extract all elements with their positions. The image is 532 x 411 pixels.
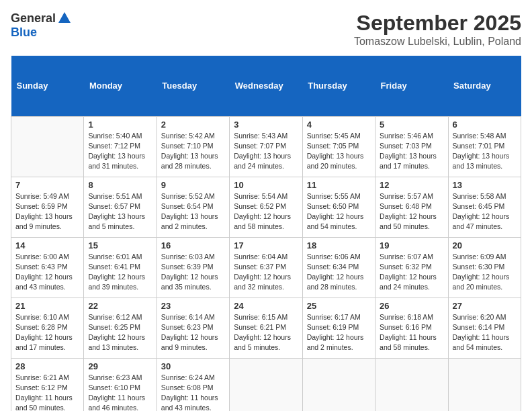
calendar-cell: 9Sunrise: 5:52 AM Sunset: 6:54 PM Daylig… (157, 177, 229, 237)
day-info: Sunrise: 5:40 AM Sunset: 7:12 PM Dayligh… (88, 131, 152, 172)
calendar-subtitle: Tomaszow Lubelski, Lublin, Poland (354, 36, 521, 48)
day-number: 12 (380, 180, 443, 190)
day-number: 29 (88, 361, 152, 371)
day-number: 5 (380, 120, 443, 130)
day-number: 10 (234, 180, 298, 190)
calendar-cell: 29Sunrise: 6:23 AM Sunset: 6:10 PM Dayli… (84, 358, 157, 411)
day-info: Sunrise: 6:07 AM Sunset: 6:32 PM Dayligh… (380, 252, 443, 293)
week-row-5: 28Sunrise: 6:21 AM Sunset: 6:12 PM Dayli… (11, 358, 521, 411)
calendar-cell: 28Sunrise: 6:21 AM Sunset: 6:12 PM Dayli… (11, 358, 84, 411)
calendar-cell (302, 358, 375, 411)
day-number: 4 (307, 120, 371, 130)
day-info: Sunrise: 6:15 AM Sunset: 6:21 PM Dayligh… (234, 312, 298, 353)
day-number: 11 (307, 180, 371, 190)
calendar-cell: 21Sunrise: 6:10 AM Sunset: 6:28 PM Dayli… (11, 298, 84, 358)
day-header-thursday: Thursday (302, 56, 375, 116)
calendar-cell: 1Sunrise: 5:40 AM Sunset: 7:12 PM Daylig… (84, 116, 157, 177)
calendar-cell (448, 358, 521, 411)
day-info: Sunrise: 5:52 AM Sunset: 6:54 PM Dayligh… (161, 191, 225, 232)
day-info: Sunrise: 5:51 AM Sunset: 6:57 PM Dayligh… (88, 191, 152, 232)
day-header-saturday: Saturday (448, 56, 521, 116)
day-info: Sunrise: 5:49 AM Sunset: 6:59 PM Dayligh… (15, 191, 79, 232)
calendar-cell: 20Sunrise: 6:09 AM Sunset: 6:30 PM Dayli… (448, 237, 521, 298)
day-number: 25 (307, 301, 371, 311)
logo: General Blue (11, 11, 73, 40)
day-info: Sunrise: 5:45 AM Sunset: 7:05 PM Dayligh… (307, 131, 371, 172)
day-number: 26 (380, 301, 443, 311)
logo-general: General (11, 11, 56, 26)
day-info: Sunrise: 6:01 AM Sunset: 6:41 PM Dayligh… (88, 252, 152, 293)
calendar-cell (375, 358, 448, 411)
calendar-cell: 3Sunrise: 5:43 AM Sunset: 7:07 PM Daylig… (230, 116, 302, 177)
day-number: 27 (453, 301, 517, 311)
header: General Blue September 2025 Tomaszow Lub… (11, 11, 521, 48)
day-info: Sunrise: 6:09 AM Sunset: 6:30 PM Dayligh… (453, 252, 517, 293)
week-row-2: 7Sunrise: 5:49 AM Sunset: 6:59 PM Daylig… (11, 177, 521, 237)
day-number: 18 (307, 240, 371, 250)
calendar-cell: 24Sunrise: 6:15 AM Sunset: 6:21 PM Dayli… (230, 298, 302, 358)
day-info: Sunrise: 6:12 AM Sunset: 6:25 PM Dayligh… (88, 312, 152, 353)
day-info: Sunrise: 6:24 AM Sunset: 6:08 PM Dayligh… (161, 373, 225, 412)
calendar-cell: 8Sunrise: 5:51 AM Sunset: 6:57 PM Daylig… (84, 177, 157, 237)
calendar-cell: 7Sunrise: 5:49 AM Sunset: 6:59 PM Daylig… (11, 177, 84, 237)
calendar-cell: 30Sunrise: 6:24 AM Sunset: 6:08 PM Dayli… (157, 358, 229, 411)
calendar-cell: 27Sunrise: 6:20 AM Sunset: 6:14 PM Dayli… (448, 298, 521, 358)
day-header-tuesday: Tuesday (157, 56, 229, 116)
calendar-cell: 13Sunrise: 5:58 AM Sunset: 6:45 PM Dayli… (448, 177, 521, 237)
day-header-sunday: Sunday (11, 56, 84, 116)
day-header-friday: Friday (375, 56, 448, 116)
day-info: Sunrise: 6:21 AM Sunset: 6:12 PM Dayligh… (15, 373, 79, 412)
day-info: Sunrise: 5:48 AM Sunset: 7:01 PM Dayligh… (453, 131, 517, 172)
day-number: 22 (88, 301, 152, 311)
day-info: Sunrise: 5:58 AM Sunset: 6:45 PM Dayligh… (453, 191, 517, 232)
day-info: Sunrise: 5:43 AM Sunset: 7:07 PM Dayligh… (234, 131, 298, 172)
day-header-wednesday: Wednesday (230, 56, 302, 116)
day-number: 2 (161, 120, 225, 130)
day-info: Sunrise: 6:18 AM Sunset: 6:16 PM Dayligh… (380, 312, 443, 353)
calendar-cell: 5Sunrise: 5:46 AM Sunset: 7:03 PM Daylig… (375, 116, 448, 177)
day-number: 28 (15, 361, 79, 371)
calendar-cell (11, 116, 84, 177)
day-info: Sunrise: 6:14 AM Sunset: 6:23 PM Dayligh… (161, 312, 225, 353)
calendar-cell: 19Sunrise: 6:07 AM Sunset: 6:32 PM Dayli… (375, 237, 448, 298)
day-info: Sunrise: 5:57 AM Sunset: 6:48 PM Dayligh… (380, 191, 443, 232)
calendar-cell: 25Sunrise: 6:17 AM Sunset: 6:19 PM Dayli… (302, 298, 375, 358)
day-number: 7 (15, 180, 79, 190)
day-info: Sunrise: 6:03 AM Sunset: 6:39 PM Dayligh… (161, 252, 225, 293)
day-number: 1 (88, 120, 152, 130)
logo-icon (57, 11, 72, 26)
day-number: 30 (161, 361, 225, 371)
day-info: Sunrise: 6:06 AM Sunset: 6:34 PM Dayligh… (307, 252, 371, 293)
day-info: Sunrise: 5:54 AM Sunset: 6:52 PM Dayligh… (234, 191, 298, 232)
day-info: Sunrise: 5:55 AM Sunset: 6:50 PM Dayligh… (307, 191, 371, 232)
calendar-cell: 26Sunrise: 6:18 AM Sunset: 6:16 PM Dayli… (375, 298, 448, 358)
calendar-cell: 17Sunrise: 6:04 AM Sunset: 6:37 PM Dayli… (230, 237, 302, 298)
day-number: 8 (88, 180, 152, 190)
calendar-cell: 16Sunrise: 6:03 AM Sunset: 6:39 PM Dayli… (157, 237, 229, 298)
week-row-4: 21Sunrise: 6:10 AM Sunset: 6:28 PM Dayli… (11, 298, 521, 358)
calendar-title: September 2025 (354, 11, 521, 36)
day-header-monday: Monday (84, 56, 157, 116)
day-number: 21 (15, 301, 79, 311)
svg-marker-0 (58, 12, 71, 23)
title-area: September 2025 Tomaszow Lubelski, Lublin… (354, 11, 521, 48)
day-info: Sunrise: 6:00 AM Sunset: 6:43 PM Dayligh… (15, 252, 79, 293)
calendar-cell: 15Sunrise: 6:01 AM Sunset: 6:41 PM Dayli… (84, 237, 157, 298)
day-number: 14 (15, 240, 79, 250)
day-info: Sunrise: 6:23 AM Sunset: 6:10 PM Dayligh… (88, 373, 152, 412)
day-number: 24 (234, 301, 298, 311)
day-number: 20 (453, 240, 517, 250)
day-number: 6 (453, 120, 517, 130)
week-row-1: 1Sunrise: 5:40 AM Sunset: 7:12 PM Daylig… (11, 116, 521, 177)
calendar-cell: 12Sunrise: 5:57 AM Sunset: 6:48 PM Dayli… (375, 177, 448, 237)
day-number: 15 (88, 240, 152, 250)
day-info: Sunrise: 5:42 AM Sunset: 7:10 PM Dayligh… (161, 131, 225, 172)
calendar-cell: 4Sunrise: 5:45 AM Sunset: 7:05 PM Daylig… (302, 116, 375, 177)
day-number: 16 (161, 240, 225, 250)
calendar-cell: 10Sunrise: 5:54 AM Sunset: 6:52 PM Dayli… (230, 177, 302, 237)
day-number: 19 (380, 240, 443, 250)
day-number: 13 (453, 180, 517, 190)
calendar-cell: 6Sunrise: 5:48 AM Sunset: 7:01 PM Daylig… (448, 116, 521, 177)
day-number: 17 (234, 240, 298, 250)
day-info: Sunrise: 6:20 AM Sunset: 6:14 PM Dayligh… (453, 312, 517, 353)
